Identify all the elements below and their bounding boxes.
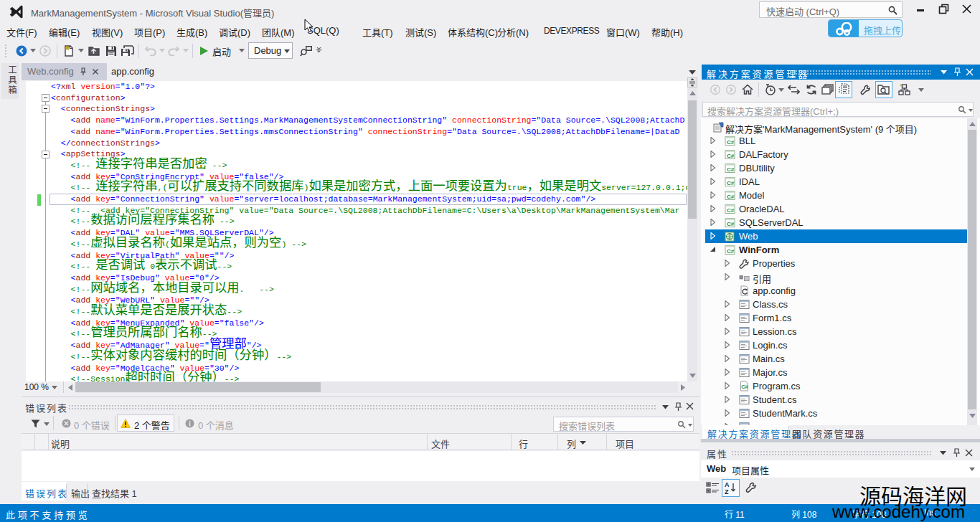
svg-text:A: A: [725, 481, 730, 488]
svg-text:Z: Z: [725, 488, 729, 495]
